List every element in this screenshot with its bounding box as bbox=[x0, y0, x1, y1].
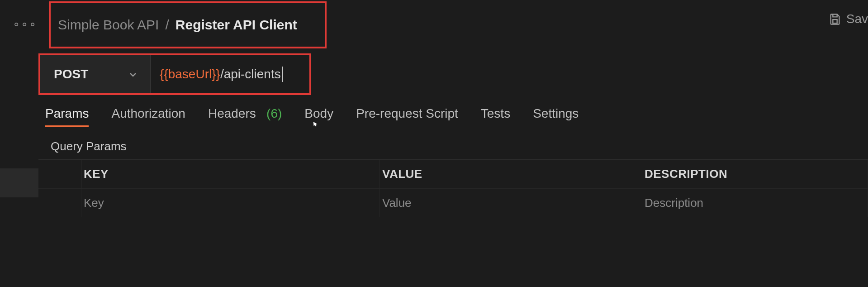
tab-params[interactable]: Params bbox=[45, 106, 89, 127]
param-value-input[interactable]: Value bbox=[380, 189, 642, 217]
tab-tests[interactable]: Tests bbox=[481, 106, 510, 127]
tab-label: Params bbox=[45, 106, 89, 120]
query-params-heading: Query Params bbox=[51, 139, 127, 153]
save-button-label: Sav bbox=[846, 12, 868, 26]
breadcrumb-separator: / bbox=[165, 17, 169, 33]
breadcrumb-highlight: Simple Book API / Register API Client bbox=[49, 1, 327, 48]
more-icon[interactable]: ∘∘∘ bbox=[13, 17, 37, 31]
breadcrumb-parent[interactable]: Simple Book API bbox=[58, 17, 159, 33]
table-row: Key Value Description bbox=[38, 188, 868, 217]
tab-label: Headers bbox=[208, 106, 256, 120]
param-key-input[interactable]: Key bbox=[81, 189, 380, 217]
mouse-cursor-icon bbox=[313, 116, 319, 123]
chevron-down-icon bbox=[128, 69, 138, 80]
request-line-highlight: POST {{baseUrl}}/api-clients bbox=[38, 53, 311, 95]
url-row-extension bbox=[311, 55, 868, 93]
svg-rect-0 bbox=[833, 19, 837, 23]
sidebar-selection-indicator bbox=[0, 168, 38, 197]
table-header-checkbox-col bbox=[38, 160, 81, 188]
left-sidebar: ∘∘∘ bbox=[0, 0, 38, 287]
http-method-label: POST bbox=[54, 67, 88, 81]
tab-label: Pre-request Script bbox=[356, 106, 458, 120]
headers-count-badge: (6) bbox=[266, 106, 282, 120]
query-params-table: KEY VALUE DESCRIPTION Key Value Descript… bbox=[38, 159, 868, 217]
tab-headers[interactable]: Headers (6) bbox=[208, 106, 282, 127]
table-header-description: DESCRIPTION bbox=[642, 160, 868, 188]
save-button[interactable]: Sav bbox=[828, 12, 868, 26]
tab-authorization[interactable]: Authorization bbox=[111, 106, 185, 127]
request-editor: Simple Book API / Register API Client Sa… bbox=[38, 0, 868, 287]
url-path-text: /api-clients bbox=[220, 67, 281, 81]
tab-label: Tests bbox=[481, 106, 510, 120]
text-caret bbox=[282, 67, 283, 82]
table-header-row: KEY VALUE DESCRIPTION bbox=[38, 159, 868, 188]
http-method-select[interactable]: POST bbox=[40, 55, 151, 93]
url-variable-token: {{baseUrl}} bbox=[160, 67, 220, 81]
param-description-input[interactable]: Description bbox=[642, 189, 868, 217]
table-header-key: KEY bbox=[81, 160, 380, 188]
tab-label: Settings bbox=[533, 106, 579, 120]
tab-settings[interactable]: Settings bbox=[533, 106, 579, 127]
save-icon bbox=[828, 12, 842, 26]
table-header-value: VALUE bbox=[380, 160, 642, 188]
breadcrumb-current[interactable]: Register API Client bbox=[175, 17, 297, 33]
request-url-input[interactable]: {{baseUrl}}/api-clients bbox=[151, 55, 309, 93]
tab-pre-request-script[interactable]: Pre-request Script bbox=[356, 106, 458, 127]
tab-label: Authorization bbox=[111, 106, 185, 120]
row-checkbox[interactable] bbox=[38, 189, 81, 217]
request-tabs: Params Authorization Headers (6) Body Pr… bbox=[45, 106, 579, 127]
tab-body[interactable]: Body bbox=[304, 106, 333, 127]
